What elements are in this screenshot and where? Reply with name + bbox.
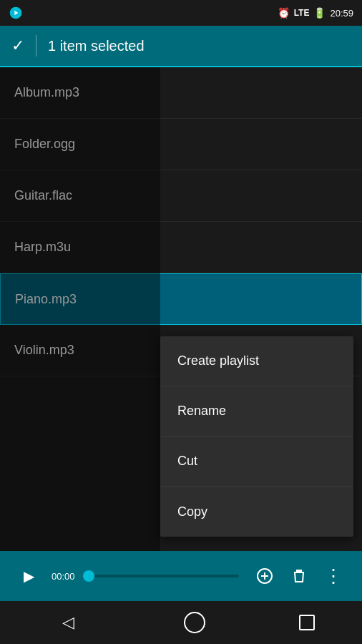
- player-thumb: [83, 570, 94, 582]
- selection-title: 1 item selected: [48, 38, 145, 54]
- player-progress-bar[interactable]: [86, 575, 239, 577]
- action-bar-divider: [36, 35, 36, 57]
- alarm-icon: ⏰: [278, 7, 290, 19]
- context-menu-create-playlist[interactable]: Create playlist: [160, 336, 353, 386]
- music-app-icon: [9, 6, 23, 20]
- context-menu-rename[interactable]: Rename: [160, 386, 353, 436]
- delete-button[interactable]: [282, 559, 316, 593]
- nav-bar: ◁: [0, 601, 362, 644]
- add-button[interactable]: [248, 559, 282, 593]
- trash-icon: [290, 567, 308, 585]
- recents-button[interactable]: [299, 615, 315, 630]
- player-bar: ▶ 00:00 ⋮: [0, 551, 362, 601]
- more-options-button[interactable]: ⋮: [316, 559, 351, 593]
- context-menu-copy[interactable]: Copy: [160, 487, 353, 537]
- context-menu: Create playlist Rename Cut Copy: [160, 336, 353, 537]
- context-overlay: [0, 67, 160, 551]
- play-button[interactable]: ▶: [11, 559, 46, 593]
- status-bar: ⏰ LTE 🔋 20:59: [0, 0, 362, 26]
- time-display: 20:59: [330, 8, 353, 19]
- player-time: 00:00: [52, 571, 77, 582]
- check-icon[interactable]: ✓: [11, 36, 24, 55]
- context-menu-cut[interactable]: Cut: [160, 436, 353, 487]
- action-bar: ✓ 1 item selected: [0, 26, 362, 67]
- battery-icon: 🔋: [313, 7, 326, 19]
- home-button[interactable]: [184, 612, 205, 633]
- status-bar-left: [9, 6, 23, 20]
- status-bar-right: ⏰ LTE 🔋 20:59: [278, 7, 353, 19]
- lte-icon: LTE: [294, 8, 310, 18]
- back-button[interactable]: ◁: [47, 601, 90, 644]
- add-icon: [256, 567, 273, 585]
